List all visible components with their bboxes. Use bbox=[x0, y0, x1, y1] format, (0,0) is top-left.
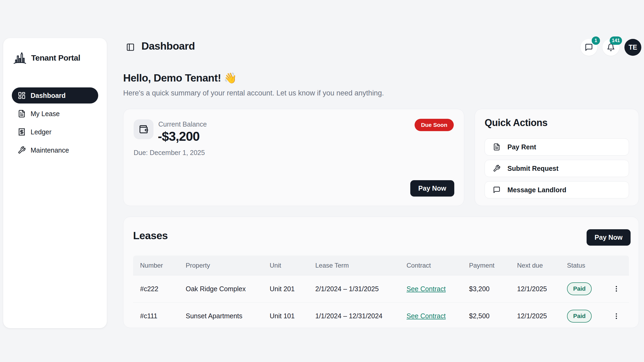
sidebar-toggle-icon[interactable] bbox=[126, 43, 135, 51]
city-buildings-logo-icon bbox=[13, 51, 27, 65]
lease-term: 2/1/2024 – 1/31/2025 bbox=[315, 285, 407, 293]
quick-actions-list: Pay Rent Submit Request Message Landlord bbox=[485, 138, 629, 198]
leases-table-header: NumberPropertyUnitLease TermContractPaym… bbox=[133, 256, 629, 275]
lease-unit: Unit 101 bbox=[270, 312, 315, 320]
column-header-lease-term: Lease Term bbox=[315, 262, 407, 269]
balance-label: Current Balance bbox=[158, 120, 207, 128]
column-header-status: Status bbox=[567, 262, 613, 269]
column-header-contract: Contract bbox=[407, 262, 469, 269]
notifications-button[interactable]: 141 bbox=[602, 39, 619, 56]
greeting-title: Hello, Demo Tenant! 👋 bbox=[123, 72, 237, 84]
pay-rent-document-icon bbox=[493, 143, 500, 151]
lease-next-due: 12/1/2025 bbox=[517, 312, 567, 320]
due-soon-badge: Due Soon bbox=[415, 119, 454, 131]
quick-actions-card: Quick Actions Pay Rent Submit Request Me… bbox=[475, 109, 639, 206]
wallet-icon bbox=[134, 119, 153, 139]
header-actions: 1 141 TE bbox=[580, 39, 641, 56]
lease-next-due: 12/1/2025 bbox=[517, 285, 567, 293]
sidebar-nav: Dashboard My Lease Ledger Maintenance bbox=[12, 87, 98, 158]
sidebar-item-ledger[interactable]: Ledger bbox=[12, 124, 98, 140]
leases-pay-now-button[interactable]: Pay Now bbox=[587, 229, 631, 246]
lease-term: 1/1/2024 – 12/31/2024 bbox=[315, 312, 407, 320]
lease-property: Oak Ridge Complex bbox=[186, 285, 270, 293]
user-avatar[interactable]: TE bbox=[624, 39, 641, 56]
see-contract-link[interactable]: See Contract bbox=[407, 312, 446, 320]
column-header-unit: Unit bbox=[270, 262, 315, 269]
see-contract-link[interactable]: See Contract bbox=[407, 285, 446, 293]
lease-document-icon bbox=[18, 110, 26, 118]
message-icon bbox=[493, 186, 500, 194]
chat-bubble-icon bbox=[585, 43, 593, 51]
status-badge: Paid bbox=[567, 310, 592, 323]
sidebar-item-dashboard[interactable]: Dashboard bbox=[12, 87, 98, 104]
due-date-text: Due: December 1, 2025 bbox=[134, 149, 205, 157]
column-header-payment: Payment bbox=[469, 262, 517, 269]
pay-now-button[interactable]: Pay Now bbox=[410, 180, 454, 197]
pay-rent-button[interactable]: Pay Rent bbox=[485, 138, 629, 156]
page-title: Dashboard bbox=[141, 40, 195, 52]
leases-card: Leases Pay Now NumberPropertyUnitLease T… bbox=[123, 217, 639, 328]
lease-unit: Unit 201 bbox=[270, 285, 315, 293]
row-menu-button[interactable] bbox=[613, 312, 630, 320]
balance-amount: -$3,200 bbox=[158, 129, 200, 144]
sidebar: Tenant Portal Dashboard My Lease Ledger … bbox=[3, 38, 107, 328]
notifications-count-badge: 141 bbox=[610, 36, 622, 45]
brand-name: Tenant Portal bbox=[31, 53, 80, 62]
sidebar-item-maintenance[interactable]: Maintenance bbox=[12, 142, 98, 158]
ledger-receipt-icon bbox=[18, 128, 26, 136]
lease-payment: $3,200 bbox=[469, 285, 517, 293]
lease-number: #c222 bbox=[140, 285, 186, 293]
brand: Tenant Portal bbox=[12, 51, 98, 65]
current-balance-card: Current Balance -$3,200 Due Soon Due: De… bbox=[123, 109, 464, 206]
lease-number: #c111 bbox=[140, 312, 186, 320]
row-menu-button[interactable] bbox=[613, 285, 630, 293]
lease-property: Sunset Apartments bbox=[186, 312, 270, 320]
column-header-next-due: Next due bbox=[517, 262, 567, 269]
column-header-number: Number bbox=[140, 262, 186, 269]
message-landlord-button[interactable]: Message Landlord bbox=[485, 181, 629, 198]
status-badge: Paid bbox=[567, 282, 592, 295]
submit-request-button[interactable]: Submit Request bbox=[485, 160, 629, 177]
lease-table-row: #c111 Sunset Apartments Unit 101 1/1/202… bbox=[133, 302, 629, 328]
greeting-subtitle: Here's a quick summary of your rental ac… bbox=[123, 89, 384, 97]
messages-button[interactable]: 1 bbox=[580, 39, 597, 56]
leases-table: NumberPropertyUnitLease TermContractPaym… bbox=[133, 256, 629, 328]
lease-table-row: #c222 Oak Ridge Complex Unit 201 2/1/202… bbox=[133, 275, 629, 302]
sidebar-item-my-lease[interactable]: My Lease bbox=[12, 106, 98, 122]
request-wrench-icon bbox=[493, 165, 500, 172]
lease-payment: $2,500 bbox=[469, 312, 517, 320]
dashboard-icon bbox=[18, 91, 26, 99]
maintenance-wrench-icon bbox=[18, 146, 26, 154]
quick-actions-title: Quick Actions bbox=[485, 117, 547, 128]
leases-title: Leases bbox=[133, 230, 168, 242]
messages-count-badge: 1 bbox=[592, 36, 600, 45]
column-header-property: Property bbox=[186, 262, 270, 269]
